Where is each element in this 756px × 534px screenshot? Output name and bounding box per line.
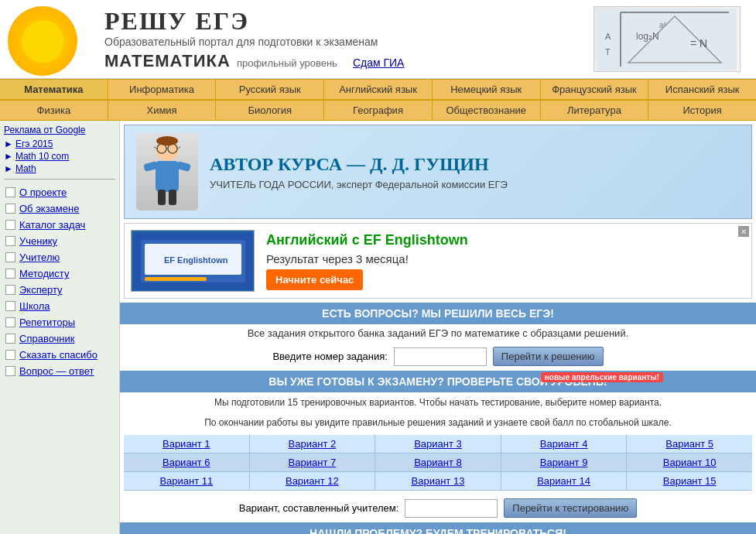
svg-rect-20 [169,190,176,205]
variant-cell-9: Вариант 9 [501,454,628,471]
nav-angliyskiy[interactable]: Английский язык [324,80,433,99]
nav-obshchestvoznanie[interactable]: Обществознание [433,101,541,120]
sidebar-item-o-proekte[interactable]: О проекте [4,184,115,200]
checkbox-ucheniku[interactable] [5,236,15,246]
variant-cell-13: Вариант 13 [375,472,501,490]
nav-himiya[interactable]: Химия [108,101,217,120]
sidebar-link-ekspertu[interactable]: Эксперту [19,284,63,296]
checkbox-ob-ekzamene[interactable] [5,204,15,214]
sidebar-link-o-proekte[interactable]: О проекте [19,187,67,198]
sidebar-item-repetitory[interactable]: Репетиторы [4,314,115,330]
sidebar-link-repetitory[interactable]: Репетиторы [19,317,75,328]
nav-literatura[interactable]: Литература [541,101,649,120]
svg-text:T: T [605,47,611,56]
variant-5-link[interactable]: Вариант 5 [665,438,713,450]
sidebar-item-ekspertu[interactable]: Эксперту [4,282,115,298]
teacher-variant-input[interactable] [405,499,498,518]
sidebar-item-shkola[interactable]: Школа [4,298,115,314]
sidebar-item-vopros[interactable]: Вопрос — ответ [4,363,115,379]
variant-cell-3: Вариант 3 [375,435,501,453]
header-text: РЕШУ ЕГЭ Образовательный портал для подг… [104,7,594,71]
header-right-image: log₂N = N a² T A [594,6,748,72]
nav-bar-2: Физика Химия Биология География Общество… [0,100,756,121]
nav-matematika[interactable]: Математика [0,80,108,99]
nav-nemetskiy[interactable]: Немецкий язык [433,80,541,99]
sidebar-link-shkola[interactable]: Школа [19,300,50,312]
arrow-icon-math: ► [4,163,13,174]
sidebar-item-spravochnik[interactable]: Справочник [4,330,115,347]
variant-9-link[interactable]: Вариант 9 [540,457,588,468]
sidebar-link-spravochnik[interactable]: Справочник [19,333,75,344]
variant-6-link[interactable]: Вариант 6 [162,457,210,468]
nav-geografiya[interactable]: География [324,101,433,120]
variant-4-link[interactable]: Вариант 4 [540,438,588,450]
sdam-gia-link[interactable]: Сдам ГИА [353,56,405,69]
ef-close-button[interactable]: ✕ [738,226,749,237]
checkbox-uchitelyu[interactable] [5,252,15,262]
checkbox-o-proekte[interactable] [5,187,15,197]
nav-ispanskiy[interactable]: Испанский язык [648,80,756,99]
sidebar-item-spasibo[interactable]: Сказать спасибо [4,347,115,363]
variant-2-link[interactable]: Вариант 2 [289,438,337,450]
variant-15-link[interactable]: Вариант 15 [663,475,717,487]
checkbox-vopros[interactable] [5,366,15,376]
logo-sun [8,6,77,76]
task-solve-button[interactable]: Перейти к решению [493,347,604,366]
nav-fizika[interactable]: Физика [0,101,108,120]
teacher-variant-row: Вариант, составленный учителем: Перейти … [120,494,756,522]
section2-header: ВЫ УЖЕ ГОТОВЫ К ЭКЗАМЕНУ? ПРОВЕРЬТЕ СВОЙ… [120,371,756,392]
task-number-input[interactable] [394,347,487,366]
nav-biologiya[interactable]: Биология [216,101,324,120]
sidebar-link-uchitelyu[interactable]: Учителю [19,252,60,263]
sidebar-divider [4,179,115,180]
teacher-variant-button[interactable]: Перейти к тестированию [504,498,637,518]
variant-13-link[interactable]: Вариант 13 [412,475,465,487]
nav-istoriya[interactable]: История [648,101,756,120]
sidebar-link-ob-ekzamene[interactable]: Об экзамене [19,203,79,214]
sidebar-item-ucheniku[interactable]: Ученику [4,233,115,249]
variant-1-link[interactable]: Вариант 1 [162,438,210,450]
sidebar-item-metodistu[interactable]: Методисту [4,265,115,282]
variant-cell-5: Вариант 5 [627,435,752,453]
variant-7-link[interactable]: Вариант 7 [289,457,337,468]
section2-subtext1: Мы подготовили 15 тренировочных варианто… [120,392,756,412]
ef-start-button[interactable]: Начните сейчас [266,269,363,290]
variant-12-link[interactable]: Вариант 12 [286,475,339,487]
site-level: профильный уровень [237,57,337,69]
ads-label[interactable]: Реклама от Google [4,125,115,135]
sidebar-link-spasibo[interactable]: Сказать спасибо [19,349,97,361]
svg-rect-16 [156,161,179,192]
section3-header: НАШЛИ ПРОБЛЕМУ? БУДЕМ ТРЕНИРОВАТЬСЯ! [120,522,756,534]
sidebar-ad-math10[interactable]: ► Math 10 com [4,151,115,162]
sidebar-link-vopros[interactable]: Вопрос — ответ [19,365,94,377]
variant-8-link[interactable]: Вариант 8 [414,457,462,468]
variant-11-link[interactable]: Вариант 11 [159,475,213,487]
nav-frantsuzskiy[interactable]: Французский язык [541,80,649,99]
checkbox-spasibo[interactable] [5,350,15,360]
section1-subtext: Все задания открытого банка заданий ЕГЭ … [120,324,756,342]
checkbox-metodistu[interactable] [5,269,15,279]
sidebar-ad-math-link[interactable]: Math [15,163,36,174]
checkbox-ekspertu[interactable] [5,285,15,295]
sidebar-ad-math[interactable]: ► Math [4,163,115,174]
sidebar-link-ucheniku[interactable]: Ученику [19,235,57,247]
nav-russkiy[interactable]: Русский язык [216,80,324,99]
sidebar-item-ob-ekzamene[interactable]: Об экзамене [4,200,115,217]
sidebar-item-katalog[interactable]: Каталог задач [4,217,115,233]
sidebar-link-metodistu[interactable]: Методисту [19,268,69,279]
sidebar-item-uchitelyu[interactable]: Учителю [4,249,115,265]
site-subject: МАТЕМАТИКА [104,51,231,71]
sidebar-ad-ege2015-link[interactable]: Егэ 2015 [15,139,53,149]
variant-10-link[interactable]: Вариант 10 [663,457,717,468]
variant-cell-8: Вариант 8 [375,454,501,471]
sidebar-ad-math10-link[interactable]: Math 10 com [15,151,69,162]
checkbox-repetitory[interactable] [5,317,15,327]
variant-14-link[interactable]: Вариант 14 [537,475,590,487]
nav-informatika[interactable]: Информатика [108,80,217,99]
checkbox-shkola[interactable] [5,301,15,311]
checkbox-spravochnik[interactable] [5,334,15,344]
sidebar-link-katalog[interactable]: Каталог задач [19,219,85,231]
sidebar-ad-ege2015[interactable]: ► Егэ 2015 [4,139,115,149]
checkbox-katalog[interactable] [5,220,15,230]
variant-3-link[interactable]: Вариант 3 [414,438,462,450]
